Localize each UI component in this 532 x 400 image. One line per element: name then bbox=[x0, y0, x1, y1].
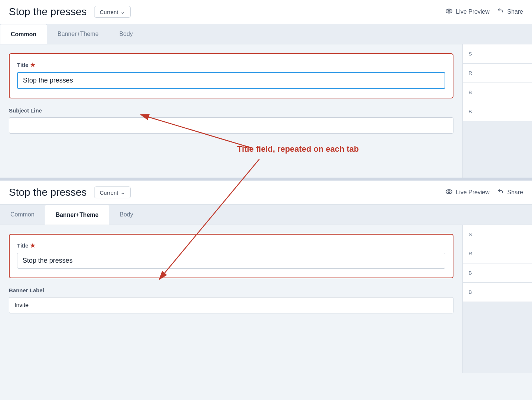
sidebar-item-b1-2: B bbox=[463, 263, 532, 283]
share-label-1: Share bbox=[507, 9, 523, 15]
share-button-1[interactable]: Share bbox=[497, 7, 523, 16]
banner-label-input-2[interactable] bbox=[9, 297, 453, 313]
top-bar-1: Stop the presses Current ⌄ Live Preview bbox=[0, 0, 532, 24]
tab-body-1[interactable]: Body bbox=[109, 24, 143, 44]
share-icon-2 bbox=[497, 188, 504, 197]
svg-point-6 bbox=[446, 190, 452, 194]
sidebar-item-r-1: R bbox=[463, 64, 532, 83]
required-star-1: ★ bbox=[30, 61, 35, 68]
main-content-2: Title ★ Banner Label bbox=[0, 225, 462, 373]
banner-label-label-2: Banner Label bbox=[9, 287, 453, 293]
svg-point-1 bbox=[448, 10, 450, 12]
content-2: Title ★ Banner Label S R B B bbox=[0, 225, 532, 373]
sidebar-item-b1-1: B bbox=[463, 83, 532, 102]
share-icon-1 bbox=[497, 7, 504, 16]
sidebar-item-b2-1: B bbox=[463, 102, 532, 121]
top-bar-actions-1: Live Preview Share bbox=[445, 7, 523, 17]
tabs-bar-2: Common Banner+Theme Body bbox=[0, 205, 532, 225]
eye-icon-2 bbox=[445, 188, 453, 197]
chevron-down-icon-2: ⌄ bbox=[120, 189, 125, 196]
svg-point-0 bbox=[446, 9, 452, 13]
tab-banner-theme-2[interactable]: Banner+Theme bbox=[45, 205, 109, 225]
title-field-label-1: Title ★ bbox=[17, 61, 445, 68]
live-preview-button-1[interactable]: Live Preview bbox=[445, 7, 490, 17]
subject-line-section-1: Subject Line bbox=[9, 107, 453, 134]
tab-common-1[interactable]: Common bbox=[0, 24, 47, 44]
share-label-2: Share bbox=[507, 189, 523, 196]
tabs-bar-1: Common Banner+Theme Body bbox=[0, 24, 532, 44]
top-bar-2: Stop the presses Current ⌄ Live Preview bbox=[0, 181, 532, 205]
content-1: Title ★ Subject Line S R B B bbox=[0, 44, 532, 178]
svg-point-7 bbox=[448, 191, 450, 193]
top-bar-actions-2: Live Preview Share bbox=[445, 188, 523, 197]
share-button-2[interactable]: Share bbox=[497, 188, 523, 197]
sidebar-item-s-1: S bbox=[463, 44, 532, 64]
page-title-2: Stop the presses bbox=[9, 186, 87, 198]
chevron-down-icon-1: ⌄ bbox=[120, 9, 125, 15]
sidebar-item-s-2: S bbox=[463, 225, 532, 244]
page-title-1: Stop the presses bbox=[9, 6, 87, 18]
required-star-2: ★ bbox=[30, 242, 35, 249]
main-content-1: Title ★ Subject Line bbox=[0, 44, 462, 178]
sidebar-item-b2-2: B bbox=[463, 283, 532, 302]
banner-label-section-2: Banner Label bbox=[9, 287, 453, 313]
right-sidebar-1: S R B B bbox=[462, 44, 532, 178]
tab-body-2[interactable]: Body bbox=[109, 205, 143, 225]
version-dropdown-2[interactable]: Current ⌄ bbox=[94, 186, 131, 198]
version-dropdown-1[interactable]: Current ⌄ bbox=[94, 6, 131, 18]
panel-2: Stop the presses Current ⌄ Live Preview bbox=[0, 181, 532, 373]
subject-line-input-1[interactable] bbox=[9, 117, 453, 134]
form-card-1: Title ★ bbox=[9, 53, 453, 98]
right-sidebar-2: S R B B bbox=[462, 225, 532, 373]
subject-line-label-1: Subject Line bbox=[9, 107, 453, 114]
version-label-1: Current bbox=[100, 9, 118, 15]
tab-common-2[interactable]: Common bbox=[0, 205, 45, 225]
screen: Stop the presses Current ⌄ Live Preview bbox=[0, 0, 532, 400]
live-preview-label-1: Live Preview bbox=[456, 9, 490, 15]
sidebar-item-r-2: R bbox=[463, 244, 532, 263]
version-label-2: Current bbox=[100, 189, 118, 196]
eye-icon-1 bbox=[445, 7, 453, 17]
live-preview-button-2[interactable]: Live Preview bbox=[445, 188, 490, 197]
title-input-2[interactable] bbox=[17, 253, 445, 269]
panel-1: Stop the presses Current ⌄ Live Preview bbox=[0, 0, 532, 178]
title-input-1[interactable] bbox=[17, 72, 445, 89]
title-field-label-2: Title ★ bbox=[17, 242, 445, 249]
form-card-2: Title ★ bbox=[9, 234, 453, 278]
tab-banner-theme-1[interactable]: Banner+Theme bbox=[47, 24, 109, 44]
live-preview-label-2: Live Preview bbox=[456, 189, 490, 196]
panel-divider bbox=[0, 178, 532, 181]
